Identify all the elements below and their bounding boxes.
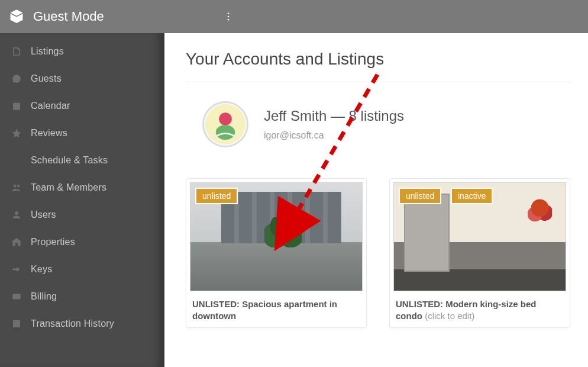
sidebar-item-keys[interactable]: Keys [0,256,164,283]
sidebar-item-label: Keys [31,264,52,275]
account-email: igor@icsoft.ca [264,130,404,141]
avatar[interactable] [202,101,248,147]
topbar-overflow-button[interactable] [217,5,240,28]
svg-point-0 [227,12,229,14]
main-panel: Your Accounts and Listings Jeff Smith — … [164,33,588,367]
sidebar-item-label: Team & Members [31,182,106,193]
status-badge: inactive [451,188,493,204]
topbar: Guest Mode [0,0,588,33]
app-title: Guest Mode [33,9,104,24]
sidebar-item-billing[interactable]: Billing [0,283,164,310]
keys-icon [11,263,22,275]
listing-thumbnail: unlisted inactive [393,182,566,291]
sidebar-item-guests[interactable]: Guests [0,65,164,92]
account-name: Jeff Smith — 8 listings [264,108,404,124]
listing-card[interactable]: unlisted inactive UNLISTED: Modern king-… [389,178,570,328]
calendar-icon [11,100,22,112]
billing-icon [11,291,22,302]
box-logo-icon [8,8,25,25]
account-header: Jeff Smith — 8 listings igor@icsoft.ca [186,82,570,172]
sidebar-item-transaction-history[interactable]: Transaction History [0,310,164,337]
sidebar-item-calendar[interactable]: Calendar [0,92,164,120]
svg-point-1 [227,16,229,18]
sidebar-item-label: Reviews [31,128,67,139]
sidebar-item-label: Calendar [31,101,70,111]
listing-thumbnail: unlisted [190,182,363,291]
listing-title: UNLISTED: Modern king-size bed condo (cl… [393,298,566,321]
page-title: Your Accounts and Listings [186,50,570,82]
sidebar-item-label: Guests [31,73,62,84]
sidebar: Listings Guests Calendar Reviews Schedul… [0,33,164,367]
svg-point-5 [216,125,235,140]
status-badge: unlisted [399,188,441,204]
sidebar-item-label: Transaction History [31,318,114,329]
sidebar-item-label: Properties [31,237,75,247]
sidebar-item-listings[interactable]: Listings [0,38,164,65]
listing-title: UNLISTED: Spacious apartment in downtown [190,298,363,321]
transactions-icon [11,318,22,330]
schedule-icon [11,154,22,166]
sidebar-item-reviews[interactable]: Reviews [0,120,164,147]
sidebar-item-properties[interactable]: Properties [0,228,164,256]
svg-point-4 [219,112,232,125]
sidebar-item-label: Users [31,210,56,220]
team-icon [11,182,22,194]
star-icon [11,127,22,139]
sidebar-item-label: Listings [31,46,64,57]
listing-card[interactable]: unlisted UNLISTED: Spacious apartment in… [186,178,367,328]
sidebar-item-team-members[interactable]: Team & Members [0,174,164,201]
sidebar-item-label: Schedule & Tasks [31,155,108,166]
sidebar-item-users[interactable]: Users [0,201,164,228]
listings-icon [11,46,22,57]
sidebar-item-label: Billing [31,291,57,302]
properties-icon [11,236,22,248]
listings-grid: unlisted UNLISTED: Spacious apartment in… [186,178,570,328]
users-icon [11,209,22,221]
svg-point-2 [227,19,229,21]
guests-icon [11,73,22,85]
status-badge: unlisted [195,188,238,204]
sidebar-item-schedule-tasks[interactable]: Schedule & Tasks [0,147,164,174]
